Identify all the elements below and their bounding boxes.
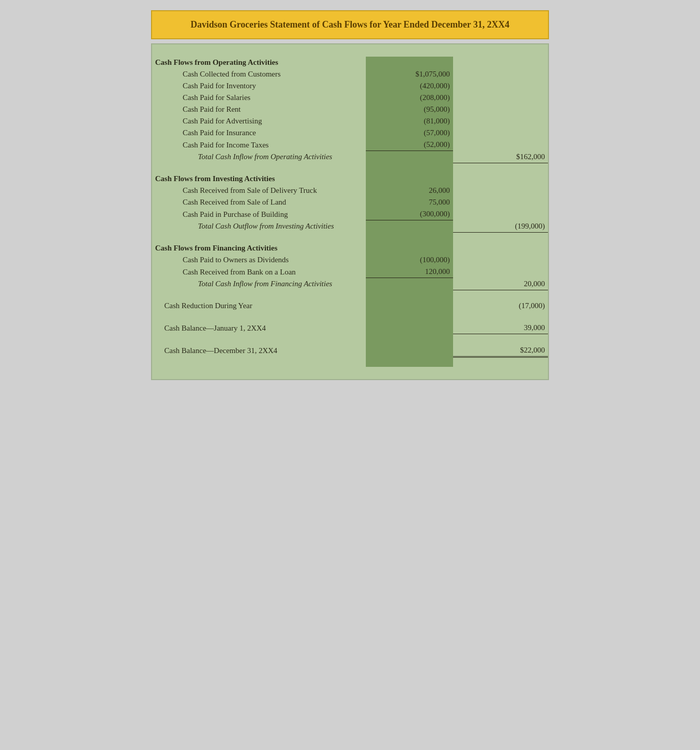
op-item-6-label: Cash Paid for Insurance xyxy=(152,127,366,139)
spacer xyxy=(152,163,548,173)
op-item-1-label: Cash Collected from Customers xyxy=(152,68,366,80)
table-row: Cash Paid to Owners as Dividends (100,00… xyxy=(152,254,548,266)
cash-reduction-row: Cash Reduction During Year (17,000) xyxy=(152,300,548,312)
investing-total-row: Total Cash Outflow from Investing Activi… xyxy=(152,220,548,233)
inv-item-1-amount: 26,000 xyxy=(366,185,453,196)
cash-reduction-amount: (17,000) xyxy=(453,300,548,312)
investing-header-row: Cash Flows from Investing Activities xyxy=(152,173,548,185)
cash-balance-jan-row: Cash Balance—January 1, 2XX4 39,000 xyxy=(152,322,548,334)
investing-total-amount: (199,000) xyxy=(453,220,548,233)
spacer xyxy=(152,357,548,367)
fin-item-1-amount: (100,000) xyxy=(366,254,453,266)
title-bar: Davidson Groceries Statement of Cash Flo… xyxy=(151,10,549,39)
inv-item-2-label: Cash Received from Sale of Land xyxy=(152,196,366,208)
op-item-2-label: Cash Paid for Inventory xyxy=(152,80,366,92)
op-item-4-label: Cash Paid for Rent xyxy=(152,104,366,115)
op-item-6-amount: (57,000) xyxy=(366,127,453,139)
fin-item-1-label: Cash Paid to Owners as Dividends xyxy=(152,254,366,266)
table-row: Cash Paid for Inventory (420,000) xyxy=(152,80,548,92)
table-row: Cash Paid for Income Taxes (52,000) xyxy=(152,139,548,151)
fin-item-2-amount: 120,000 xyxy=(366,266,453,278)
inv-item-1-label: Cash Received from Sale of Delivery Truc… xyxy=(152,185,366,196)
op-item-2-amount: (420,000) xyxy=(366,80,453,92)
financing-total-label: Total Cash Inflow from Financing Activit… xyxy=(152,278,366,290)
spacer xyxy=(152,312,548,322)
cash-balance-dec-row: Cash Balance—December 31, 2XX4 $22,000 xyxy=(152,344,548,357)
operating-header-row: Cash Flows from Operating Activities xyxy=(152,57,548,68)
op-item-5-amount: (81,000) xyxy=(366,115,453,127)
operating-total-amount: $162,000 xyxy=(453,151,548,163)
spacer xyxy=(152,290,548,300)
inv-item-3-label: Cash Paid in Purchase of Building xyxy=(152,208,366,220)
financing-total-row: Total Cash Inflow from Financing Activit… xyxy=(152,278,548,290)
op-item-7-amount: (52,000) xyxy=(366,139,453,151)
financing-header-row: Cash Flows from Financing Activities xyxy=(152,242,548,254)
op-item-3-amount: (208,000) xyxy=(366,92,453,104)
statement-container: Cash Flows from Operating Activities Cas… xyxy=(151,43,549,380)
op-item-7-label: Cash Paid for Income Taxes xyxy=(152,139,366,151)
operating-total-label: Total Cash Inflow from Operating Activit… xyxy=(152,151,366,163)
table-row: Cash Paid for Advertising (81,000) xyxy=(152,115,548,127)
table-row: Cash Paid for Rent (95,000) xyxy=(152,104,548,115)
balance-dec-amount: $22,000 xyxy=(453,344,548,357)
spacer xyxy=(152,232,548,242)
operating-total-row: Total Cash Inflow from Operating Activit… xyxy=(152,151,548,163)
cash-flow-table: Cash Flows from Operating Activities Cas… xyxy=(152,57,548,367)
inv-item-2-amount: 75,000 xyxy=(366,196,453,208)
investing-total-label: Total Cash Outflow from Investing Activi… xyxy=(152,220,366,233)
fin-item-2-label: Cash Received from Bank on a Loan xyxy=(152,266,366,278)
op-item-4-amount: (95,000) xyxy=(366,104,453,115)
balance-jan-amount: 39,000 xyxy=(453,322,548,334)
table-row: Cash Paid for Insurance (57,000) xyxy=(152,127,548,139)
table-row: Cash Received from Sale of Land 75,000 xyxy=(152,196,548,208)
op-item-1-amount: $1,075,000 xyxy=(366,68,453,80)
balance-dec-label: Cash Balance—December 31, 2XX4 xyxy=(152,344,366,357)
table-row: Cash Received from Bank on a Loan 120,00… xyxy=(152,266,548,278)
financing-total-amount: 20,000 xyxy=(453,278,548,290)
investing-header: Cash Flows from Investing Activities xyxy=(152,173,366,185)
op-item-3-label: Cash Paid for Salaries xyxy=(152,92,366,104)
balance-jan-label: Cash Balance—January 1, 2XX4 xyxy=(152,322,366,334)
op-item-5-label: Cash Paid for Advertising xyxy=(152,115,366,127)
financing-header: Cash Flows from Financing Activities xyxy=(152,242,366,254)
operating-header: Cash Flows from Operating Activities xyxy=(152,57,366,68)
table-row: Cash Received from Sale of Delivery Truc… xyxy=(152,185,548,196)
table-row: Cash Paid for Salaries (208,000) xyxy=(152,92,548,104)
document-title: Davidson Groceries Statement of Cash Flo… xyxy=(191,19,510,30)
table-row: Cash Paid in Purchase of Building (300,0… xyxy=(152,208,548,220)
inv-item-3-amount: (300,000) xyxy=(366,208,453,220)
spacer xyxy=(152,334,548,344)
cash-reduction-label: Cash Reduction During Year xyxy=(152,300,366,312)
table-row: Cash Collected from Customers $1,075,000 xyxy=(152,68,548,80)
page-wrapper: Davidson Groceries Statement of Cash Flo… xyxy=(151,10,549,380)
